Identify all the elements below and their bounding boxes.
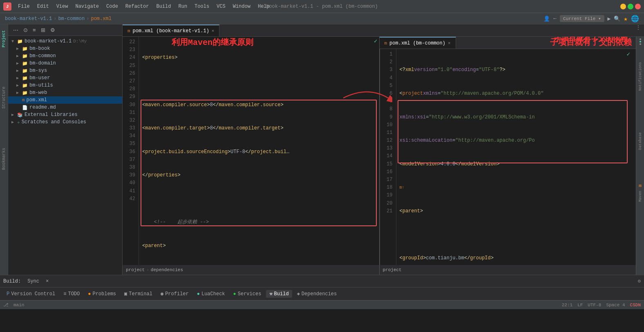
maximize-button[interactable] [628,4,633,9]
tree-item-bm-utils[interactable]: ▶ 📁 bm-utils [8,82,122,89]
rln-16: 16 [382,168,393,176]
ln-42: 42 [124,195,135,203]
menu-vcs[interactable]: VCS [213,3,229,10]
chevron-bm-domain: ▶ [16,61,21,66]
menu-run[interactable]: Run [175,3,190,10]
tab-build[interactable]: ⚒ Build [266,290,292,298]
notif-dot-3 [640,43,641,45]
maven-text-label: Maven [638,191,642,202]
chevron-bm-common: ▶ [16,53,21,58]
left-code-pane[interactable]: 22 23 24 25 26 27 28 29 30 31 32 33 [123,37,379,265]
rln-12: 12 [382,137,393,145]
chevron-ext-libs: ▶ [11,112,16,117]
tab-luacheck[interactable]: ● LuaCheck [194,290,228,298]
rln-17: 17 [382,176,393,184]
status-position: 22:1 [562,303,572,307]
tab-xml-icon-right: m [385,41,387,46]
close-button[interactable] [635,4,641,9]
chevron-scratches: ▶ [11,120,16,125]
tab-problems[interactable]: ● Problems [85,290,119,298]
ln-36: 36 [124,148,135,156]
breadcrumb-project[interactable]: book-market-v1.1 [5,16,52,22]
sidebar-btn-sort[interactable]: ≡ [31,26,38,34]
folder-icon-bm-book: 📁 [22,46,28,51]
tree-item-ext-libs[interactable]: ▶ 📚 External Libraries [8,111,122,118]
search-icon[interactable]: 🔍 [614,16,620,22]
tree-item-bm-web[interactable]: ▶ 📁 bm-web [8,89,122,96]
menu-window[interactable]: Window [230,3,254,10]
sidebar-btn-target[interactable]: ⊙ [22,26,29,34]
tab-todo[interactable]: ≡ TODO [60,290,83,298]
menu-tools[interactable]: Tools [191,3,212,10]
menu-refactor[interactable]: Refactor [122,3,152,10]
tree-item-pom-xml[interactable]: m pom.xml [8,96,122,104]
sidebar-btn-collapse[interactable]: ⊞ [39,26,47,34]
build-settings-icon[interactable]: ⚙ [638,279,641,284]
tab-version-control[interactable]: P Version Control [3,290,58,298]
tab-more-right[interactable]: ⋮ [624,37,636,49]
breadcrumb: book-market-v1.1 › bm-common › pom.xml 👤… [0,13,644,25]
menu-edit[interactable]: Edit [34,3,52,10]
left-bc-sep: › [146,267,149,272]
tree-item-bm-common[interactable]: ▶ 📁 bm-common [8,52,122,60]
sync-tab[interactable]: Sync [24,278,42,285]
minimize-button[interactable] [620,4,626,9]
code-line-29: <!-- 起步依赖 --> [142,218,376,226]
git-branch-icon: ⎇ [3,302,9,307]
back-icon[interactable]: ← [553,16,557,22]
rcode-3: xmlns:xsi="http://www.w3.org/2001/XMLSch… [400,114,633,121]
sidebar-btn-dots[interactable]: ⋯ [11,26,20,34]
code-line-22: <properties> [142,54,376,62]
tree-item-bm-user[interactable]: ▶ 📁 bm-user [8,74,122,82]
tab-more-btn[interactable]: ⋮ [633,25,644,36]
left-code-lines: <properties> <maven.compiler.source>8</m… [139,37,379,265]
right-code-content: 1 2 3 4 5 6 7 8 9 10 11 12 13 [380,49,636,265]
tree-label-pom: pom.xml [27,97,47,103]
ln-37: 37 [124,156,135,164]
tree-item-root[interactable]: ▼ 📁 book-market-v1.1 D:\My [8,38,122,45]
rln-1: 1 [382,51,393,58]
bookmarks-tab[interactable]: Bookmarks [1,145,7,172]
rcode-7: <parent> [400,207,633,215]
menu-build[interactable]: Build [153,3,174,10]
sidebar-btn-gear[interactable]: ⚙ [49,26,57,34]
tab-terminal[interactable]: ▣ Terminal [121,290,156,298]
tab-profiler[interactable]: ◉ Profiler [157,290,192,298]
title-bar: J File Edit View Navigate Code Refactor … [0,0,644,13]
tree-item-scratches[interactable]: ▶ ✧ Scratches and Consoles [8,118,122,126]
chevron-bm-sys: ▶ [16,68,21,73]
run-button[interactable]: ▶ [608,16,611,22]
breadcrumb-module[interactable]: bm-common [58,16,85,22]
menu-code[interactable]: Code [103,3,121,10]
vcs-icon[interactable]: 👤 [543,16,550,22]
tab-right-pom[interactable]: m pom.xml (bm-common) × [380,37,456,49]
tab-dependencies[interactable]: ◈ Dependencies [294,290,340,298]
rln-13: 13 [382,145,393,152]
tree-item-bm-sys[interactable]: ▶ 📁 bm-sys [8,67,122,74]
right-check-mark: ✓ [627,51,630,58]
tab-close-right[interactable]: × [448,41,451,46]
menu-navigate[interactable]: Navigate [72,3,102,10]
right-code-pane[interactable]: 1 2 3 4 5 6 7 8 9 10 11 12 13 [380,49,636,265]
tab-left-pom[interactable]: m pom.xml (book-market-v1.1) × [123,25,219,36]
menu-file[interactable]: File [15,3,33,10]
left-code-content: 22 23 24 25 26 27 28 29 30 31 32 33 [123,37,379,265]
project-tab[interactable]: Project [1,28,7,50]
menu-view[interactable]: View [53,3,72,10]
tab-close-left[interactable]: × [212,29,215,33]
structure-tab[interactable]: Structure [1,84,7,111]
code-line-28 [142,195,376,203]
project-tree: ▼ 📁 book-market-v1.1 D:\My ▶ 📁 bm-book ▶… [8,36,122,275]
ln-23: 23 [124,46,135,54]
tab-services[interactable]: ● Services [230,290,265,298]
build-close[interactable]: × [42,278,52,285]
profiler-icon: ◉ [161,291,163,297]
rln-3: 3 [382,66,393,74]
tree-item-bm-book[interactable]: ▶ 📁 bm-book [8,45,122,52]
left-check-mark: ✓ [374,38,377,45]
current-file-dropdown[interactable]: Current File ▾ [560,15,604,22]
terminal-icon: ▣ [124,291,127,297]
tree-item-readme[interactable]: 📄 readme.md [8,104,122,111]
dependencies-label: Dependencies [302,291,337,297]
tree-item-bm-domain[interactable]: ▶ 📁 bm-domain [8,60,122,67]
